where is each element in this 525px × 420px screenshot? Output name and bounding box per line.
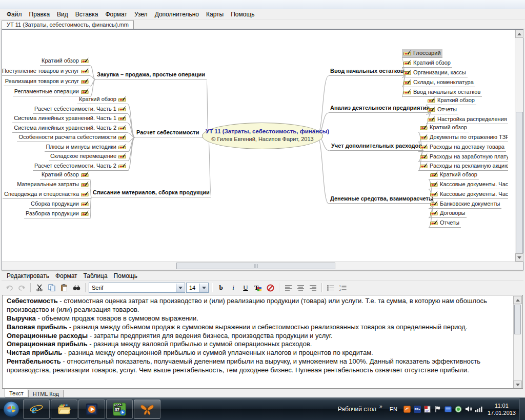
- map-node[interactable]: Кассовые документы. Часть 1: [429, 181, 508, 189]
- redo-button[interactable]: [16, 282, 27, 293]
- menu-help[interactable]: Помощь: [227, 10, 258, 19]
- map-tab[interactable]: УТ 11 (Затраты, себестоимость, финансы).…: [2, 20, 134, 29]
- underline-button[interactable]: U: [240, 282, 251, 293]
- map-node[interactable]: Особенности расчета себестоимости: [17, 133, 128, 142]
- horizontal-scroll-thumb[interactable]: [176, 263, 335, 269]
- scroll-down-arrow[interactable]: [513, 381, 522, 389]
- menu-view[interactable]: Вид: [53, 10, 72, 19]
- chevron-down-icon[interactable]: [199, 284, 208, 292]
- map-branch-node[interactable]: Расчет себестоимости: [135, 129, 200, 137]
- map-node[interactable]: Краткий обзор: [40, 171, 90, 179]
- blue-app-tray-icon[interactable]: [445, 406, 452, 413]
- map-node[interactable]: Кассовые документы. Часть 2: [429, 190, 508, 199]
- font-color-button[interactable]: T: [252, 282, 264, 293]
- vertical-scroll-thumb[interactable]: [516, 112, 523, 253]
- numbered-list-button[interactable]: 12: [337, 282, 349, 293]
- map-canvas[interactable]: УТ 11 (Затраты, себестоимость, финансы) …: [2, 30, 508, 262]
- map-node[interactable]: Краткий обзор: [402, 59, 452, 68]
- map-node-selected[interactable]: Глоссарий: [402, 49, 442, 58]
- map-node[interactable]: Система линейных уравнений. Часть 1: [12, 114, 128, 123]
- volume-icon[interactable]: [465, 406, 472, 413]
- align-center-button[interactable]: [295, 282, 306, 293]
- map-node[interactable]: Сборка продукции: [29, 200, 90, 209]
- map-node[interactable]: Краткий обзор: [418, 124, 469, 132]
- map-node[interactable]: Материальные затраты: [15, 181, 90, 189]
- menu-extras[interactable]: Дополнительно: [151, 10, 203, 19]
- menu-edit[interactable]: Правка: [26, 10, 54, 19]
- map-horizontal-scrollbar[interactable]: [2, 262, 523, 270]
- note-menu-format[interactable]: Формат: [52, 272, 80, 280]
- map-node[interactable]: Краткий обзор: [426, 96, 476, 105]
- map-node[interactable]: Краткий обзор: [40, 57, 90, 66]
- copy-button[interactable]: [46, 282, 57, 293]
- network-signal-icon[interactable]: [475, 406, 482, 413]
- note-text-area[interactable]: Себестоимость - стоимостная оценка затра…: [2, 295, 523, 389]
- map-branch-node[interactable]: Анализ деятельности предприятия: [329, 104, 431, 113]
- align-left-button[interactable]: [282, 282, 294, 293]
- cut-button[interactable]: [34, 282, 45, 293]
- menu-format[interactable]: Формат: [102, 10, 131, 19]
- map-node[interactable]: Реализация товаров и услуг: [4, 77, 90, 86]
- document-tray-icon[interactable]: [424, 406, 431, 413]
- note-scroll-thumb[interactable]: [514, 305, 521, 334]
- taskbar-mpc-button[interactable]: [78, 399, 105, 419]
- action-center-flag-icon[interactable]: [434, 406, 441, 413]
- note-menu-edit[interactable]: Редактировать: [4, 272, 52, 280]
- map-node[interactable]: Краткий обзор: [77, 95, 128, 104]
- map-node[interactable]: Настройка распределения продаж: [426, 115, 508, 124]
- taskbar-ie-button[interactable]: e: [23, 399, 50, 419]
- italic-button[interactable]: i: [228, 282, 239, 293]
- align-right-button[interactable]: [307, 282, 318, 293]
- map-node[interactable]: Расчет себестоимости. Часть 1: [33, 105, 128, 114]
- map-branch-node[interactable]: Ввод начальных остатков: [329, 67, 406, 76]
- map-node[interactable]: Складское перемещение: [49, 152, 128, 161]
- tab-text[interactable]: Текст: [5, 389, 28, 397]
- map-node[interactable]: Договоры: [429, 209, 467, 218]
- bullet-list-button[interactable]: [325, 282, 336, 293]
- map-node[interactable]: Ввод начальных остатков: [402, 88, 482, 97]
- scroll-down-arrow[interactable]: [515, 253, 523, 262]
- show-desktop-button[interactable]: [519, 398, 525, 420]
- map-node[interactable]: Расходы на рекламную акцию: [418, 162, 508, 171]
- ffa-tray-icon[interactable]: FFa: [414, 406, 421, 413]
- tab-html-code[interactable]: HTML Код: [28, 390, 64, 398]
- map-node[interactable]: Система линейных уравнений. Часть 2: [12, 124, 128, 133]
- start-button[interactable]: [0, 398, 23, 420]
- menu-insert[interactable]: Вставка: [72, 10, 102, 19]
- map-branch-node[interactable]: Закупка – продажа, простые операции: [95, 71, 207, 79]
- desktop-toolbar[interactable]: Рабочий стол »: [338, 406, 382, 413]
- map-node[interactable]: Расходы на заработную плату: [418, 153, 508, 162]
- map-node[interactable]: Поступление товаров и услуг: [2, 67, 90, 76]
- taskbar-clock[interactable]: 11:01 17.01.2013: [488, 402, 516, 416]
- language-indicator[interactable]: EN: [390, 406, 397, 412]
- map-node[interactable]: Расходы на доставку товара: [418, 143, 506, 152]
- taskbar-klite-button[interactable]: 37: [106, 399, 133, 419]
- map-node[interactable]: Документы по отражению ТЗР и стать: [418, 133, 508, 142]
- map-node[interactable]: Склады, номенклатура: [402, 78, 475, 87]
- map-node[interactable]: Спецодежда и спецоснастка: [3, 190, 90, 199]
- taskbar-explorer-button[interactable]: [51, 399, 77, 419]
- find-button[interactable]: [71, 282, 82, 293]
- menu-file[interactable]: Файл: [3, 10, 26, 19]
- toolbar-chevron-icon[interactable]: »: [379, 404, 382, 409]
- map-branch-node[interactable]: Учет дополнительных расходов: [330, 142, 423, 151]
- note-menu-table[interactable]: Таблица: [80, 272, 111, 280]
- note-menu-help[interactable]: Помощь: [111, 272, 140, 280]
- remove-format-button[interactable]: [265, 282, 276, 293]
- map-node[interactable]: Банковские документы: [429, 200, 501, 209]
- map-vertical-scrollbar[interactable]: [515, 30, 523, 262]
- undo-button[interactable]: [4, 282, 15, 293]
- orange-app-tray-icon[interactable]: [403, 406, 411, 413]
- scroll-up-arrow[interactable]: [515, 30, 523, 38]
- paste-button[interactable]: [58, 282, 70, 293]
- map-node[interactable]: Плюсы и минусы методики: [45, 143, 128, 152]
- note-vertical-scrollbar[interactable]: [513, 296, 522, 389]
- map-node[interactable]: Разборка продукции: [24, 210, 90, 218]
- map-node[interactable]: Отчеты: [429, 219, 461, 228]
- green-status-tray-icon[interactable]: [455, 406, 462, 413]
- menu-node[interactable]: Узел: [131, 10, 151, 19]
- taskbar-freemind-button[interactable]: [134, 399, 160, 419]
- font-family-select[interactable]: Serif: [89, 283, 185, 293]
- map-branch-node[interactable]: Денежные средства, взаиморасчеты: [329, 195, 435, 204]
- menu-maps[interactable]: Карты: [203, 10, 227, 19]
